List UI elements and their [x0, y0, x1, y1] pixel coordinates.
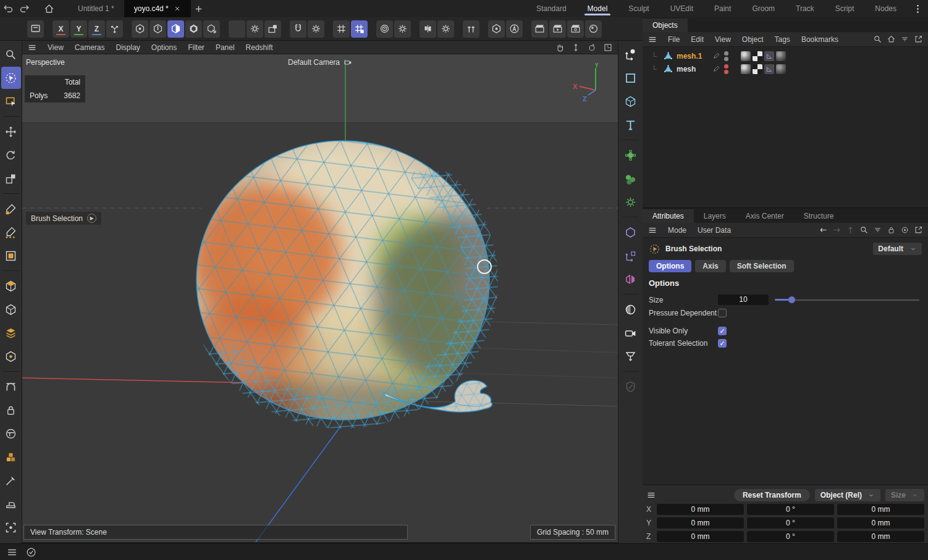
- scale-field[interactable]: 0 mm: [837, 517, 924, 529]
- axis-settings-icon[interactable]: [247, 20, 263, 38]
- uvw-tag-icon[interactable]: [753, 51, 762, 61]
- visibility-dots[interactable]: [724, 51, 728, 61]
- redo-icon[interactable]: [16, 1, 32, 16]
- dolly-icon[interactable]: [571, 43, 581, 52]
- layout-tab-track[interactable]: Track: [785, 0, 825, 17]
- up-icon[interactable]: [846, 225, 855, 235]
- home-icon[interactable]: [41, 1, 57, 16]
- points-mode-icon[interactable]: [1, 198, 21, 220]
- attributes-menu-user-data[interactable]: User Data: [692, 226, 736, 235]
- reset-transform-button[interactable]: Reset Transform: [734, 489, 810, 501]
- motext-icon[interactable]: [621, 114, 641, 136]
- subtab-soft-selection[interactable]: Soft Selection: [730, 260, 794, 272]
- layout-tab-standard[interactable]: Standard: [526, 0, 577, 17]
- viewport-3d[interactable]: Y X Z Perspective Default Camera Total P…: [22, 54, 618, 542]
- rotation-field[interactable]: 0 °: [747, 504, 834, 515]
- subdivision-surface-icon[interactable]: [621, 144, 641, 166]
- lock-y-button[interactable]: Y: [70, 20, 87, 38]
- lock-z-button[interactable]: Z: [88, 20, 105, 38]
- slider-handle[interactable]: [788, 296, 795, 303]
- tab-attributes[interactable]: Attributes: [643, 209, 694, 223]
- uvw-tag-icon[interactable]: [753, 64, 762, 74]
- attributes-menu-icon[interactable]: [647, 225, 661, 235]
- render-view-icon[interactable]: [531, 20, 548, 38]
- axis-tool-icon[interactable]: [229, 20, 245, 38]
- array-generator-icon[interactable]: [621, 167, 641, 190]
- objects-menu-object[interactable]: Object: [736, 35, 769, 44]
- scale-field[interactable]: 0 mm: [837, 531, 924, 542]
- viewport-menu-options[interactable]: Options: [146, 43, 182, 52]
- lock-x-button[interactable]: X: [53, 20, 69, 38]
- volume-builder-icon[interactable]: [1, 446, 21, 468]
- mode-edges-icon[interactable]: [150, 20, 166, 38]
- object-row[interactable]: └mesh.1: [643, 49, 928, 62]
- rotate-tool-icon[interactable]: [1, 144, 21, 166]
- render-picture-viewer-icon[interactable]: [549, 20, 566, 38]
- primitive-cube-icon[interactable]: [621, 90, 641, 112]
- undo-icon[interactable]: [0, 1, 16, 16]
- tab-axis-center[interactable]: Axis Center: [736, 209, 794, 223]
- deformer-icon[interactable]: [621, 221, 641, 243]
- workplane-mode-icon[interactable]: [1, 375, 21, 398]
- tab-objects[interactable]: Objects: [643, 19, 688, 32]
- search-icon[interactable]: [859, 225, 869, 235]
- rotation-field[interactable]: 0 °: [747, 531, 834, 542]
- object-mode-icon[interactable]: [1, 298, 21, 320]
- position-field[interactable]: 0 mm: [657, 531, 744, 542]
- generator-settings-icon[interactable]: [621, 191, 641, 213]
- polygons-mode-icon[interactable]: [1, 244, 21, 267]
- render-settings-icon[interactable]: [567, 20, 584, 38]
- more-options-icon[interactable]: [907, 3, 928, 15]
- visibility-dot[interactable]: [724, 64, 728, 69]
- pan-hand-icon[interactable]: [555, 43, 565, 52]
- environment-icon[interactable]: [621, 298, 641, 320]
- viewport-menu-cameras[interactable]: Cameras: [69, 43, 111, 52]
- snap-icon[interactable]: [290, 20, 306, 38]
- viewport-menu-display[interactable]: Display: [110, 43, 145, 52]
- make-editable-icon[interactable]: [27, 20, 44, 38]
- rotation-field[interactable]: 0 °: [747, 517, 834, 529]
- workplane-icon[interactable]: [264, 20, 281, 38]
- doc-tab[interactable]: Untitled 1 *: [68, 0, 124, 17]
- knife-tool-icon[interactable]: [1, 469, 21, 491]
- spline-primitive-icon[interactable]: [621, 67, 641, 89]
- spline-pen-icon[interactable]: [621, 43, 641, 65]
- doc-tab[interactable]: yoyo.c4d *: [124, 0, 191, 17]
- symmetry-settings-icon[interactable]: [437, 20, 454, 38]
- orbit-icon[interactable]: [587, 43, 597, 52]
- find-icon[interactable]: [1, 43, 21, 65]
- tab-layers[interactable]: Layers: [694, 209, 736, 223]
- subtab-axis[interactable]: Axis: [695, 260, 725, 272]
- popout-icon[interactable]: [914, 225, 923, 235]
- snap-settings-icon[interactable]: [308, 20, 324, 38]
- mode-polygons-icon[interactable]: [167, 20, 184, 38]
- forward-icon[interactable]: [832, 225, 842, 235]
- mesh-object[interactable]: [183, 141, 547, 468]
- rectangle-selection-tool-icon[interactable]: [1, 90, 21, 112]
- material-tag-icon[interactable]: [776, 51, 786, 61]
- viewport-menu-view[interactable]: View: [42, 43, 69, 52]
- stage-object-icon[interactable]: [621, 345, 641, 367]
- filter-icon[interactable]: [900, 35, 909, 44]
- camera-menu-icon[interactable]: [344, 58, 352, 67]
- edit-toggle-icon[interactable]: [712, 52, 720, 60]
- brush-selection-tool-icon[interactable]: [1, 67, 21, 89]
- camera-label[interactable]: Default Camera: [288, 58, 352, 67]
- viewport-menu-panel[interactable]: Panel: [210, 43, 240, 52]
- visibility-dot[interactable]: [724, 70, 728, 74]
- camera-object-icon[interactable]: [621, 322, 641, 344]
- modeling-settings-icon[interactable]: [488, 20, 505, 38]
- tab-structure[interactable]: Structure: [794, 209, 844, 223]
- tolerant-selection-checkbox[interactable]: ✓: [718, 339, 727, 348]
- symmetry-icon[interactable]: [420, 20, 436, 38]
- scale-tool-icon[interactable]: [1, 167, 21, 190]
- mode-points-icon[interactable]: [132, 20, 148, 38]
- layout-tab-uvedit[interactable]: UVEdit: [660, 0, 704, 17]
- visible-only-checkbox[interactable]: ✓: [718, 327, 727, 335]
- layout-tab-script[interactable]: Script: [825, 0, 865, 17]
- axis-modify-icon[interactable]: [106, 20, 123, 38]
- material-tag-icon[interactable]: [741, 64, 751, 74]
- objects-menu-view[interactable]: View: [709, 35, 736, 44]
- model-mode-icon[interactable]: [1, 275, 21, 297]
- close-tab-icon[interactable]: [174, 5, 181, 12]
